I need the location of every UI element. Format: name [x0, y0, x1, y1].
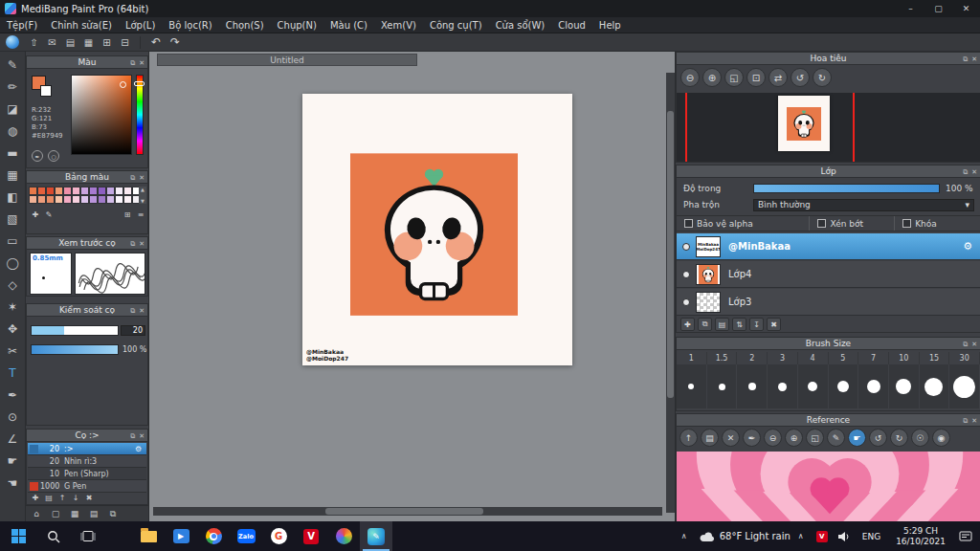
scroll-up-icon[interactable]: ▲	[141, 187, 145, 192]
medibang-app[interactable]: ✎	[360, 521, 392, 551]
brush-settings-icon[interactable]: ⚙	[135, 445, 146, 453]
palette-swatch[interactable]	[106, 195, 115, 204]
transparent-color-icon[interactable]: ○	[48, 150, 59, 162]
menu-item[interactable]: Help	[592, 17, 628, 33]
lock-option[interactable]: Khóa	[895, 216, 980, 231]
menu-item[interactable]: Chỉnh sửa(E)	[44, 17, 119, 33]
layer-folder-icon[interactable]: ▤	[715, 318, 729, 331]
task-view-button[interactable]	[71, 521, 105, 551]
pen-tool-icon[interactable]: ✎	[2, 54, 24, 76]
navigator-view[interactable]	[677, 93, 980, 162]
float-panel-icon[interactable]: ⧉	[963, 417, 968, 425]
brush-size-option[interactable]	[949, 364, 980, 408]
menu-item[interactable]: Cloud	[551, 17, 592, 33]
open-folder-icon[interactable]: ▤	[701, 429, 719, 447]
chrome-app[interactable]	[197, 521, 230, 551]
zoom-in-icon[interactable]: ⊕	[702, 68, 722, 87]
v-app[interactable]: V	[295, 521, 327, 551]
palette-swatch[interactable]	[80, 195, 89, 204]
palette-swatch[interactable]	[29, 187, 37, 195]
zoom-tool-icon[interactable]: ⊙	[2, 406, 24, 428]
palette-swatch[interactable]	[106, 187, 115, 195]
float-panel-icon[interactable]: ⧉	[963, 341, 968, 348]
palette-swatch[interactable]	[115, 187, 123, 195]
opacity-slider[interactable]	[753, 184, 940, 193]
palette-swatch[interactable]	[55, 195, 63, 204]
delete-brush-icon[interactable]: ✖	[82, 492, 96, 503]
float-panel-icon[interactable]: ⧉	[130, 307, 135, 315]
float-panel-icon[interactable]: ⧉	[130, 432, 135, 440]
close-panel-icon[interactable]: ✕	[971, 168, 977, 176]
brush-size-option[interactable]	[737, 364, 768, 408]
close-panel-icon[interactable]: ✕	[971, 417, 977, 425]
fit-screen-icon[interactable]: ◱	[724, 68, 744, 87]
palette-swatch[interactable]	[123, 195, 132, 204]
pan-tool-icon[interactable]: ☛	[2, 450, 24, 472]
photos-app[interactable]	[327, 521, 360, 551]
search-button[interactable]	[36, 521, 71, 551]
palette-swatch[interactable]	[37, 187, 46, 195]
add-color-icon[interactable]: ✚	[29, 209, 42, 220]
pencil-tool-icon[interactable]: ✏	[2, 76, 24, 98]
menu-item[interactable]: Xem(V)	[374, 17, 423, 33]
close-panel-icon[interactable]: ✕	[139, 432, 145, 440]
palette-swatch[interactable]	[80, 187, 89, 195]
float-panel-icon[interactable]: ⧉	[130, 174, 135, 182]
palette-swatch[interactable]	[63, 187, 72, 195]
vertical-scroll-thumb[interactable]	[667, 111, 674, 398]
new-layer-icon[interactable]: ✚	[680, 318, 695, 331]
brush-size-option[interactable]	[829, 364, 859, 408]
brush-up-icon[interactable]: ↑	[56, 492, 69, 503]
layer-row[interactable]: MinBakaa MoiDop247 @MinBakaa ⚙	[677, 233, 980, 260]
delete-layer-icon[interactable]: ✖	[767, 318, 781, 331]
import-image-icon[interactable]: ↑	[679, 429, 698, 447]
panel-layout-icon[interactable]: ▦	[79, 35, 98, 50]
navigator-thumbnail[interactable]	[778, 96, 830, 151]
chevron-up-icon[interactable]: ∧	[674, 532, 695, 540]
palette-scrollbar[interactable]: ▲ ▼	[139, 187, 146, 204]
grid-view-icon[interactable]: ⊞	[121, 209, 134, 220]
material-icon[interactable]: ⊟	[116, 35, 134, 50]
edit-color-icon[interactable]: ✎	[42, 209, 56, 220]
palette-swatch[interactable]	[46, 195, 55, 204]
capture-icon[interactable]: ◉	[932, 429, 950, 447]
active-brush-color-icon[interactable]	[6, 35, 19, 49]
airbrush-tool-icon[interactable]: ◍	[2, 120, 24, 142]
protect-alpha-checkbox[interactable]	[684, 219, 693, 228]
v-tray-icon[interactable]: V	[812, 531, 833, 542]
close-panel-icon[interactable]: ✕	[139, 59, 145, 67]
close-panel-icon[interactable]: ✕	[139, 240, 145, 248]
save-icon[interactable]: ▦	[68, 508, 81, 520]
menu-item[interactable]: Công cụ(T)	[423, 17, 489, 33]
palette-swatch[interactable]	[63, 195, 72, 204]
palette-swatch[interactable]	[123, 187, 132, 195]
close-panel-icon[interactable]: ✕	[139, 174, 145, 182]
minimize-button[interactable]: –	[897, 0, 924, 17]
gradient-tool-icon[interactable]: ▧	[2, 208, 24, 230]
palette-swatch[interactable]	[72, 195, 80, 204]
float-panel-icon[interactable]: ⧉	[130, 240, 135, 248]
grid-icon[interactable]: ⊞	[98, 35, 116, 50]
float-panel-icon[interactable]: ⧉	[130, 59, 135, 67]
zoom-out-icon[interactable]: ⊖	[680, 68, 700, 87]
protect-alpha-option[interactable]: Bảo vệ alpha	[677, 216, 810, 231]
menu-item[interactable]: Chụp(N)	[271, 17, 323, 33]
hand-tool-icon[interactable]: ☚	[2, 472, 24, 494]
bucket-tool-icon[interactable]: ◧	[2, 186, 24, 208]
palette-swatch[interactable]	[72, 187, 80, 195]
menu-item[interactable]: Bộ lọc(R)	[162, 17, 218, 33]
measure-tool-icon[interactable]: ∠	[2, 428, 24, 450]
brush-size-option[interactable]	[889, 364, 920, 408]
menu-item[interactable]: Tệp(F)	[0, 17, 44, 33]
clear-image-icon[interactable]: ✕	[722, 429, 740, 447]
scroll-down-icon[interactable]: ▼	[141, 198, 145, 204]
palette-swatch[interactable]	[89, 187, 98, 195]
menu-item[interactable]: Chọn(S)	[219, 17, 271, 33]
reference-image[interactable]	[677, 452, 980, 522]
eraser-tool-icon[interactable]: ◪	[2, 98, 24, 120]
magic-wand-tool-icon[interactable]: ✶	[2, 296, 24, 318]
float-panel-icon[interactable]: ⧉	[963, 168, 968, 176]
document-tab[interactable]: Untitled	[157, 54, 417, 66]
blend-mode-dropdown[interactable]: Bình thường ▾	[753, 199, 974, 211]
comment-icon[interactable]: ✉	[43, 35, 61, 50]
